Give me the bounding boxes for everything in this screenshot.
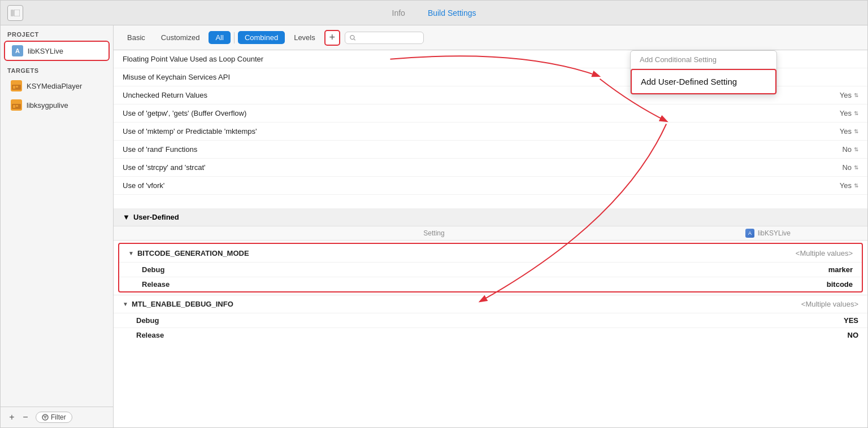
tab-combined-button[interactable]: Combined: [238, 31, 285, 44]
triangle-icon: ▼: [123, 213, 130, 221]
tab-customized-button[interactable]: Customized: [154, 31, 207, 44]
setting-value: Yes ⇅: [840, 91, 858, 99]
svg-line-17: [354, 39, 355, 40]
svg-rect-1: [14, 10, 20, 16]
sidebar-item-libksylive[interactable]: A libKSYLive: [4, 41, 110, 61]
sidebar-bottom: + − Filter: [1, 407, 113, 427]
mtl-multiple-values: <Multiple values>: [801, 300, 858, 308]
mtl-release-value: NO: [848, 331, 859, 339]
right-panel: Basic Customized All Combined Levels +: [114, 25, 867, 427]
bitcode-setting-name: BITCODE_GENERATION_MODE: [137, 249, 796, 257]
table-row: Use of 'vfork' Yes ⇅: [114, 177, 867, 195]
sidebar-item-libksygpulive[interactable]: libksygpulive: [4, 96, 110, 114]
col-setting-label: Setting: [123, 229, 745, 237]
tab-separator: [234, 32, 235, 43]
col-lib-label: libKSYLive: [758, 229, 791, 237]
remove-target-button[interactable]: −: [20, 412, 31, 423]
mtl-debug-row: Debug YES: [114, 313, 867, 327]
bitcode-block: ▼ BITCODE_GENERATION_MODE <Multiple valu…: [118, 243, 863, 292]
mtl-release-label: Release: [136, 331, 848, 339]
bitcode-header-row: ▼ BITCODE_GENERATION_MODE <Multiple valu…: [119, 244, 862, 262]
tab-basic-button[interactable]: Basic: [120, 31, 152, 44]
targets-section-label: TARGETS: [1, 62, 113, 76]
title-bar: Info Build Settings: [1, 1, 867, 25]
project-section-label: PROJECT: [1, 25, 113, 40]
tab-levels-button[interactable]: Levels: [287, 31, 322, 44]
xcode-window: Info Build Settings PROJECT A libKSYLive…: [0, 0, 868, 428]
setting-value: Yes ⇅: [840, 127, 858, 136]
search-icon: [350, 34, 356, 41]
svg-text:A: A: [15, 47, 20, 54]
bitcode-debug-label: Debug: [142, 265, 828, 274]
dropdown-item-user-defined[interactable]: Add User-Defined Setting: [631, 69, 776, 94]
target1-icon: [11, 80, 22, 91]
setting-name: Use of 'strcpy' and 'strcat': [123, 163, 842, 172]
sidebar-toggle-button[interactable]: [7, 5, 23, 21]
search-box[interactable]: [345, 32, 424, 44]
user-defined-label: User-Defined: [133, 213, 179, 221]
sidebar-target2-label: libksygpulive: [27, 101, 68, 110]
setting-name: Use of 'getpw', 'gets' (Buffer Overflow): [123, 109, 840, 117]
svg-rect-0: [11, 10, 14, 16]
plus-icon: +: [329, 32, 335, 43]
target2-icon: [11, 99, 22, 111]
tab-build-settings[interactable]: Build Settings: [428, 8, 476, 18]
table-row: Use of 'getpw', 'gets' (Buffer Overflow)…: [114, 104, 867, 123]
bitcode-release-value: bitcode: [827, 280, 853, 289]
bitcode-release-label: Release: [142, 280, 827, 289]
bitcode-triangle: ▼: [128, 250, 134, 256]
setting-value: No ⇅: [842, 145, 858, 154]
lib-icon: A: [745, 229, 754, 238]
table-row: Use of 'rand' Functions No ⇅: [114, 141, 867, 159]
toolbar: Basic Customized All Combined Levels +: [114, 25, 867, 50]
right-panel-wrapper: Basic Customized All Combined Levels +: [114, 25, 867, 427]
table-row: Use of 'strcpy' and 'strcat' No ⇅: [114, 159, 867, 177]
setting-value: Yes ⇅: [840, 181, 858, 190]
setting-name: Use of 'rand' Functions: [123, 145, 842, 154]
sidebar-project-label: libKSYLive: [28, 47, 63, 55]
setting-value: No ⇅: [842, 163, 858, 172]
setting-value: Yes ⇅: [840, 109, 858, 117]
dropdown-item-conditional[interactable]: Add Conditional Setting: [631, 51, 776, 69]
title-tabs: Info Build Settings: [392, 8, 476, 18]
mtl-setting-name: MTL_ENABLE_DEBUG_INFO: [132, 300, 801, 308]
svg-point-16: [350, 35, 354, 39]
setting-name: Use of 'mktemp' or Predictable 'mktemps': [123, 127, 840, 136]
filter-button[interactable]: Filter: [36, 412, 72, 423]
col-lib-header: A libKSYLive: [745, 229, 858, 238]
svg-rect-7: [16, 86, 18, 88]
filter-label: Filter: [51, 413, 66, 421]
svg-rect-6: [13, 86, 15, 89]
mtl-debug-label: Debug: [136, 316, 844, 325]
svg-rect-11: [16, 105, 18, 107]
bitcode-multiple-values: <Multiple values>: [796, 249, 853, 257]
spacer: [114, 195, 867, 208]
mtl-release-row: Release NO: [114, 327, 867, 342]
bitcode-debug-value: marker: [828, 265, 853, 274]
sidebar: PROJECT A libKSYLive TARGETS: [1, 25, 114, 427]
sidebar-target1-label: KSYMediaPlayer: [27, 82, 82, 90]
bitcode-release-row: Release bitcode: [119, 277, 862, 291]
main-content: PROJECT A libKSYLive TARGETS: [1, 25, 867, 427]
mtl-debug-value: YES: [844, 316, 858, 325]
add-target-button[interactable]: +: [6, 412, 18, 423]
mtl-triangle: ▼: [123, 301, 128, 307]
table-area: Floating Point Value Used as Loop Counte…: [114, 50, 867, 427]
svg-rect-10: [13, 105, 15, 108]
bitcode-debug-row: Debug marker: [119, 262, 862, 277]
sidebar-item-ksymediaplayer[interactable]: KSYMediaPlayer: [4, 77, 110, 95]
window-controls: [7, 5, 23, 21]
add-setting-button[interactable]: +: [324, 30, 340, 46]
user-defined-section-header: ▼ User-Defined: [114, 208, 867, 226]
column-header-row: Setting A libKSYLive: [114, 226, 867, 241]
table-row: Use of 'mktemp' or Predictable 'mktemps'…: [114, 123, 867, 141]
mtl-header-row: ▼ MTL_ENABLE_DEBUG_INFO <Multiple values…: [114, 295, 867, 313]
search-input[interactable]: [358, 34, 418, 42]
setting-name: Use of 'vfork': [123, 181, 840, 190]
dropdown-popup: Add Conditional Setting Add User-Defined…: [630, 50, 777, 95]
project-icon: A: [12, 45, 23, 56]
tab-info[interactable]: Info: [392, 8, 405, 18]
tab-all-button[interactable]: All: [209, 31, 230, 44]
filter-icon: [42, 414, 49, 421]
